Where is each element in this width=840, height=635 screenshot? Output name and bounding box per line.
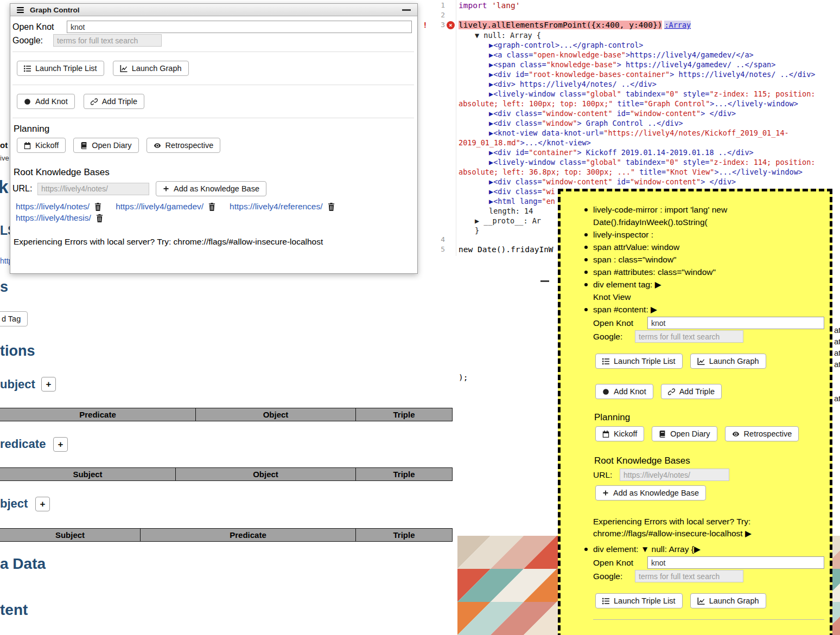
kb-link[interactable]: https://lively4/gamedev/ bbox=[116, 202, 203, 211]
meta-data-heading-fragment: a Data bbox=[0, 555, 46, 573]
inspector-node[interactable]: ▶<div> https://lively4/notes/ ..</div> bbox=[459, 79, 816, 89]
calendar-icon bbox=[24, 142, 31, 149]
add-knot-button[interactable]: Add Knot bbox=[17, 94, 75, 109]
trash-icon[interactable] bbox=[328, 203, 335, 211]
line-number: 5 bbox=[418, 245, 445, 253]
divider bbox=[12, 85, 414, 85]
clipped-text-fragment: at bbox=[834, 337, 840, 346]
line-chart-icon bbox=[697, 358, 705, 365]
result-annotation[interactable]: :Array bbox=[664, 21, 691, 29]
inspector-node[interactable]: ▶<lively-window class="global" tabindex=… bbox=[459, 157, 816, 167]
launch-graph-button[interactable]: Launch Graph bbox=[690, 593, 766, 608]
inspector-node[interactable]: 2019_01_18.md">...</knot-view> bbox=[459, 138, 816, 147]
inspector-node[interactable]: ▶<div id="root-knowledge-bases-container… bbox=[459, 69, 816, 79]
inspector-node[interactable]: ▶<span class="knowledge-base"> https://l… bbox=[459, 60, 816, 69]
log-entry: div element tag: ▶ bbox=[568, 278, 824, 291]
code-closing-fragment: ); bbox=[459, 373, 468, 382]
open-diary-button[interactable]: Open Diary bbox=[73, 138, 138, 153]
inspect-overlay: lively-code-mirror : import 'lang' new D… bbox=[558, 189, 832, 635]
code-line[interactable]: 1 import 'lang' bbox=[418, 1, 840, 11]
google-search-input[interactable] bbox=[635, 330, 743, 343]
open-diary-button[interactable]: Open Diary bbox=[652, 426, 717, 441]
kickoff-button[interactable]: Kickoff bbox=[17, 138, 66, 153]
inspector-node[interactable]: ▶<knot-view data-knot-url="https://livel… bbox=[459, 128, 816, 138]
error-badge-icon[interactable]: × bbox=[447, 21, 455, 29]
google-label: Google: bbox=[12, 36, 53, 46]
book-icon bbox=[80, 142, 87, 149]
open-knot-input[interactable] bbox=[647, 317, 824, 329]
retrospective-button[interactable]: Retrospective bbox=[147, 138, 221, 153]
kb-link[interactable]: https://lively4/references/ bbox=[230, 202, 322, 211]
trash-icon[interactable] bbox=[208, 203, 215, 211]
trash-icon[interactable] bbox=[96, 214, 103, 222]
inspector-node[interactable]: absolute; left: 100px; top: 100px;" titl… bbox=[459, 99, 816, 108]
add-object-button[interactable]: + bbox=[35, 497, 50, 511]
inspector-node[interactable]: ▶<lively-window class="global" tabindex=… bbox=[459, 89, 816, 99]
add-knot-button[interactable]: Add Knot bbox=[595, 384, 653, 399]
launch-triple-list-button[interactable]: Launch Triple List bbox=[17, 61, 104, 76]
root-kb-heading: Root Knowledge Bases bbox=[14, 167, 413, 178]
inspector-node[interactable]: ▼ null: Array { bbox=[459, 30, 816, 40]
table-header-cell: Triple bbox=[355, 408, 453, 421]
table-header-cell: Predicate bbox=[0, 408, 196, 421]
code-line-error[interactable]: ! 3 × lively.allElementsFromPoint({x:400… bbox=[418, 21, 840, 30]
retrospective-button[interactable]: Retrospective bbox=[725, 426, 799, 441]
launch-triple-list-button[interactable]: Launch Triple List bbox=[595, 354, 683, 369]
inspector-node[interactable]: ▶<div class="window-content" id="window-… bbox=[459, 108, 816, 118]
window-title: Graph Control bbox=[30, 6, 80, 14]
add-subject-button[interactable]: + bbox=[41, 377, 56, 392]
open-knot-label: Open Knot bbox=[593, 318, 647, 328]
inspector-node[interactable]: ▶<a class="open-knowledge-base">https://… bbox=[459, 50, 816, 60]
launch-triple-list-button[interactable]: Launch Triple List bbox=[595, 593, 683, 608]
filled-circle-icon bbox=[602, 388, 609, 395]
google-search-input[interactable] bbox=[53, 34, 162, 47]
add-triple-button[interactable]: Add Triple bbox=[84, 94, 144, 109]
content-heading-fragment: tent bbox=[0, 601, 28, 619]
inspector-node[interactable]: ▶<graph-control>...</graph-control> bbox=[459, 40, 816, 50]
subject-heading-fragment: ubject bbox=[0, 377, 35, 392]
table-header-cell: Predicate bbox=[140, 528, 356, 542]
add-tag-button[interactable]: d Tag bbox=[0, 311, 28, 326]
launch-graph-button[interactable]: Launch Graph bbox=[113, 61, 189, 76]
minimize-button[interactable] bbox=[402, 9, 411, 11]
divider bbox=[12, 118, 414, 118]
code-line[interactable]: 2 bbox=[418, 11, 840, 21]
log-entry: span #content: ▶ bbox=[568, 303, 824, 316]
add-predicate-button[interactable]: + bbox=[53, 437, 68, 452]
embedded-graph-control: Open Knot Google: Launch Triple List Lau… bbox=[593, 317, 824, 540]
inspector-node[interactable]: ▶<div class="window"> Graph Control ..</… bbox=[459, 118, 816, 128]
window-titlebar[interactable]: Graph Control bbox=[10, 4, 417, 16]
kb-link[interactable]: https://lively4/notes/ bbox=[16, 202, 90, 211]
inspector-node[interactable]: ▶<div class="window-content" id="window-… bbox=[459, 177, 816, 187]
line-chart-icon bbox=[120, 65, 128, 72]
inspector-node[interactable]: ▶<div id="container"> Kickoff 2019.01.14… bbox=[459, 147, 816, 157]
open-knot-input[interactable] bbox=[67, 21, 412, 33]
minimize-button[interactable] bbox=[540, 280, 549, 282]
open-knot-input[interactable] bbox=[647, 556, 824, 569]
list-icon bbox=[602, 358, 609, 365]
launch-graph-button[interactable]: Launch Graph bbox=[690, 354, 766, 369]
trash-icon[interactable] bbox=[94, 203, 101, 211]
object-table: Subject Predicate Triple bbox=[0, 528, 453, 542]
list-icon bbox=[602, 598, 609, 605]
google-search-input[interactable] bbox=[635, 570, 743, 582]
eye-icon bbox=[154, 142, 161, 149]
plus-icon bbox=[602, 490, 609, 496]
inspector-node[interactable]: absolute; left: 36.8px; top: 300px; ..."… bbox=[459, 167, 816, 177]
eye-icon bbox=[732, 431, 740, 438]
local-server-hint: Experiencing Errors with local server? T… bbox=[14, 237, 413, 247]
add-kb-button[interactable]: Add as Knowledge Base bbox=[595, 485, 706, 501]
hamburger-menu-icon[interactable] bbox=[17, 7, 24, 13]
code-text: lively.allElementsFromPoint({x:400, y:40… bbox=[459, 21, 691, 29]
book-icon bbox=[659, 431, 666, 438]
planning-heading: Planning bbox=[14, 124, 413, 134]
kickoff-button[interactable]: Kickoff bbox=[595, 426, 644, 441]
add-kb-button[interactable]: Add as Knowledge Base bbox=[156, 181, 266, 196]
kb-url-input[interactable] bbox=[37, 183, 149, 195]
chain-link-icon bbox=[668, 388, 675, 395]
code-text: new Date().fridayInW bbox=[459, 245, 553, 254]
google-label: Google: bbox=[593, 572, 635, 581]
add-triple-button[interactable]: Add Triple bbox=[661, 384, 722, 399]
kb-url-input[interactable] bbox=[620, 469, 729, 481]
kb-link[interactable]: https://lively4/thesis/ bbox=[16, 213, 91, 223]
